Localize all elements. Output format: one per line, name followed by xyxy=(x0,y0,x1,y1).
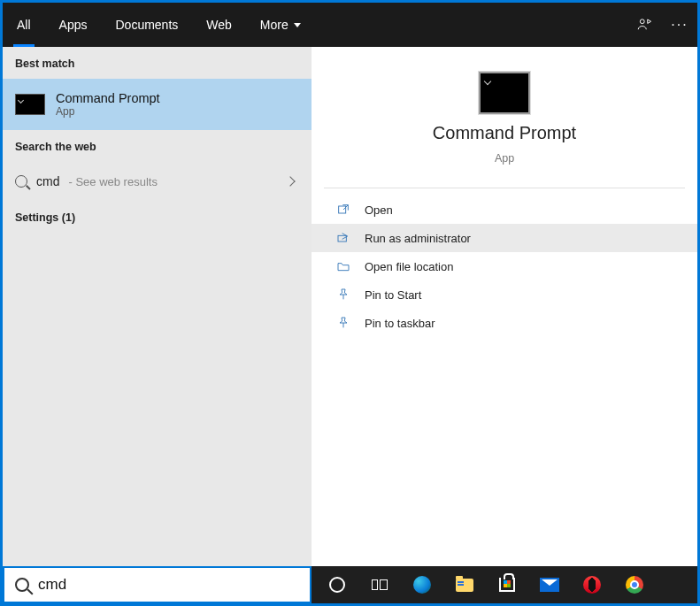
action-pin-to-taskbar[interactable]: Pin to taskbar xyxy=(312,309,697,337)
action-label: Open xyxy=(365,203,393,217)
mail-icon xyxy=(540,578,559,592)
tab-label: Documents xyxy=(115,18,178,32)
taskbar-app-mail[interactable] xyxy=(529,566,570,603)
action-label: Run as administrator xyxy=(365,232,471,245)
feedback-icon xyxy=(636,17,652,33)
action-label: Pin to taskbar xyxy=(365,317,435,330)
command-prompt-icon xyxy=(15,94,45,115)
taskbar-app-opera[interactable] xyxy=(572,566,612,603)
command-prompt-icon xyxy=(479,72,530,114)
tab-label: More xyxy=(260,18,288,32)
taskbar-app-edge[interactable] xyxy=(402,566,442,603)
settings-heading: Settings (1) xyxy=(3,201,312,233)
svg-rect-1 xyxy=(339,206,346,213)
action-label: Pin to Start xyxy=(365,288,421,302)
tab-documents[interactable]: Documents xyxy=(101,3,192,47)
result-subtitle: App xyxy=(56,105,160,118)
chevron-down-icon xyxy=(294,23,301,27)
feedback-button[interactable] xyxy=(627,3,662,47)
tab-apps[interactable]: Apps xyxy=(45,3,102,47)
tab-all[interactable]: All xyxy=(3,3,45,47)
search-filter-tabs: All Apps Documents Web More ··· xyxy=(3,3,697,47)
action-open[interactable]: Open xyxy=(312,196,697,224)
web-search-result[interactable]: cmd - See web results xyxy=(3,162,312,201)
tab-more[interactable]: More xyxy=(246,3,315,47)
search-box[interactable] xyxy=(3,566,312,603)
best-match-heading: Best match xyxy=(3,47,312,79)
search-icon xyxy=(15,175,27,188)
svg-point-0 xyxy=(640,19,644,24)
results-panel: Best match Command Prompt App Search the… xyxy=(3,47,312,566)
open-icon xyxy=(336,203,350,217)
best-match-result[interactable]: Command Prompt App xyxy=(3,79,312,130)
edge-icon xyxy=(413,576,431,594)
tab-label: Apps xyxy=(59,18,88,32)
action-open-file-location[interactable]: Open file location xyxy=(312,252,697,280)
action-run-as-administrator[interactable]: Run as administrator xyxy=(312,224,697,252)
cortana-button[interactable] xyxy=(317,566,358,603)
tab-label: All xyxy=(17,18,31,32)
preview-subtitle: App xyxy=(495,152,514,165)
search-input[interactable] xyxy=(38,576,299,594)
task-view-icon xyxy=(372,579,388,591)
folder-icon xyxy=(336,259,350,273)
opera-icon xyxy=(583,576,601,594)
chrome-icon xyxy=(626,576,643,594)
search-icon xyxy=(15,578,29,592)
tab-web[interactable]: Web xyxy=(192,3,246,47)
task-view-button[interactable] xyxy=(359,566,400,603)
web-hint: - See web results xyxy=(68,175,157,188)
action-pin-to-start[interactable]: Pin to Start xyxy=(312,280,697,309)
chevron-right-icon xyxy=(285,176,295,186)
preview-title: Command Prompt xyxy=(433,123,576,143)
options-button[interactable]: ··· xyxy=(662,3,697,47)
web-query: cmd xyxy=(36,174,59,188)
result-title: Command Prompt xyxy=(56,91,160,105)
taskbar-app-chrome[interactable] xyxy=(614,566,655,603)
action-label: Open file location xyxy=(365,260,453,273)
admin-icon xyxy=(336,231,350,245)
preview-panel: Command Prompt App Open Run as administr… xyxy=(312,47,697,566)
svg-rect-2 xyxy=(338,235,346,242)
store-icon xyxy=(499,578,515,592)
taskbar-app-store[interactable] xyxy=(487,566,527,603)
taskbar xyxy=(312,566,697,603)
pin-icon xyxy=(336,288,350,302)
taskbar-app-file-explorer[interactable] xyxy=(444,566,485,603)
tab-label: Web xyxy=(206,18,232,32)
pin-icon xyxy=(336,316,350,330)
cortana-icon xyxy=(329,577,345,593)
file-explorer-icon xyxy=(456,579,473,592)
ellipsis-icon: ··· xyxy=(671,17,688,33)
search-web-heading: Search the web xyxy=(3,130,312,162)
